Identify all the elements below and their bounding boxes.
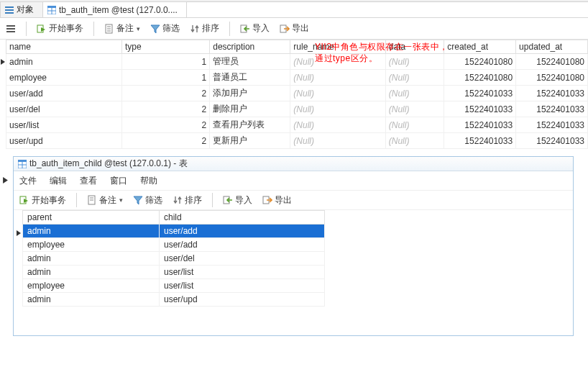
child-titlebar[interactable]: tb_auth_item_child @test (127.0.0.1) - 表 bbox=[14, 157, 573, 171]
cell[interactable]: (Null) bbox=[290, 54, 385, 70]
cell[interactable]: (Null) bbox=[290, 101, 385, 117]
table-row[interactable]: employee1普通员工(Null)(Null)152240108015224… bbox=[6, 70, 588, 86]
export-button[interactable]: 导出 bbox=[262, 194, 292, 207]
cell[interactable]: 1522401033 bbox=[444, 86, 516, 101]
cell[interactable]: (Null) bbox=[385, 86, 444, 101]
begin-transaction-button[interactable]: 开始事务 bbox=[37, 22, 83, 35]
begin-transaction-button[interactable]: 开始事务 bbox=[19, 194, 66, 207]
cell[interactable]: user/add bbox=[160, 225, 325, 238]
filter-button[interactable]: 筛选 bbox=[150, 22, 180, 35]
cell[interactable]: (Null) bbox=[385, 54, 444, 70]
table-row[interactable]: user/upd2更新用户(Null)(Null)152240103315224… bbox=[6, 133, 588, 149]
table-row[interactable]: adminuser/del bbox=[23, 252, 325, 266]
cell[interactable]: 1522401080 bbox=[444, 54, 516, 70]
menu-help[interactable]: 帮助 bbox=[140, 175, 157, 187]
cell[interactable]: 2 bbox=[121, 86, 209, 101]
export-icon bbox=[262, 195, 272, 205]
cell[interactable]: employee bbox=[6, 70, 122, 86]
cell[interactable]: user/list bbox=[6, 117, 122, 133]
col-rule-name[interactable]: rule_name bbox=[290, 40, 385, 54]
table-row[interactable]: adminuser/add bbox=[23, 225, 325, 238]
cell[interactable]: (Null) bbox=[290, 70, 385, 86]
cell[interactable]: 删除用户 bbox=[210, 101, 290, 117]
cell[interactable]: 1522401080 bbox=[516, 70, 588, 86]
cell[interactable]: admin bbox=[23, 266, 160, 279]
cell[interactable]: user/del bbox=[160, 252, 325, 266]
cell[interactable]: 添加用户 bbox=[210, 86, 290, 101]
cell[interactable]: admin bbox=[23, 293, 160, 307]
cell[interactable]: 更新用户 bbox=[210, 133, 290, 149]
table-row[interactable]: adminuser/upd bbox=[23, 293, 325, 307]
cell[interactable]: (Null) bbox=[290, 117, 385, 133]
memo-button[interactable]: 备注▾ bbox=[104, 22, 140, 35]
cell[interactable]: 1522401033 bbox=[516, 86, 588, 101]
tab-table[interactable]: tb_auth_item @test (127.0.0.... bbox=[42, 1, 187, 17]
export-button[interactable]: 导出 bbox=[280, 22, 309, 35]
table-row[interactable]: employeeuser/list bbox=[23, 279, 325, 293]
cell[interactable]: (Null) bbox=[290, 86, 385, 101]
menu-file[interactable]: 文件 bbox=[19, 175, 37, 187]
cell[interactable]: 2 bbox=[121, 117, 209, 133]
cell[interactable]: 1522401033 bbox=[516, 133, 588, 149]
cell[interactable]: user/list bbox=[160, 266, 325, 279]
filter-button[interactable]: 筛选 bbox=[133, 194, 162, 207]
cell[interactable]: 1522401033 bbox=[516, 117, 588, 133]
cell[interactable]: admin bbox=[6, 54, 122, 70]
table-row[interactable]: user/add2添加用户(Null)(Null)152240103315224… bbox=[6, 86, 588, 101]
auth-item-table[interactable]: name type description rule_name data cre… bbox=[6, 40, 588, 149]
table-row[interactable]: employeeuser/add bbox=[23, 238, 325, 252]
col-description[interactable]: description bbox=[210, 40, 290, 54]
cell[interactable]: user/del bbox=[6, 101, 122, 117]
import-button[interactable]: 导入 bbox=[240, 22, 270, 35]
col-name[interactable]: name bbox=[6, 40, 122, 54]
cell[interactable]: admin bbox=[23, 225, 160, 238]
cell[interactable]: employee bbox=[23, 238, 160, 252]
menu-view[interactable]: 查看 bbox=[80, 175, 97, 187]
auth-item-child-table[interactable]: parent child adminuser/addemployeeuser/a… bbox=[22, 210, 325, 307]
cell[interactable]: 1522401033 bbox=[444, 133, 516, 149]
col-created-at[interactable]: created_at bbox=[444, 40, 516, 54]
cell[interactable]: (Null) bbox=[385, 133, 444, 149]
memo-button[interactable]: 备注▾ bbox=[87, 194, 123, 207]
cell[interactable]: user/list bbox=[160, 279, 325, 293]
cell[interactable]: user/upd bbox=[6, 133, 122, 149]
table-row[interactable]: adminuser/list bbox=[23, 266, 325, 279]
col-child[interactable]: child bbox=[160, 211, 325, 225]
cell[interactable]: admin bbox=[23, 252, 160, 266]
col-type[interactable]: type bbox=[121, 40, 209, 54]
col-updated-at[interactable]: updated_at bbox=[516, 40, 588, 54]
cell[interactable]: 普通员工 bbox=[210, 70, 290, 86]
cell[interactable]: 1 bbox=[121, 54, 209, 70]
cell[interactable]: 1522401033 bbox=[516, 101, 588, 117]
cell[interactable]: user/add bbox=[6, 86, 122, 101]
cell[interactable]: (Null) bbox=[290, 133, 385, 149]
import-button[interactable]: 导入 bbox=[223, 194, 252, 207]
cell[interactable]: 2 bbox=[121, 101, 209, 117]
table-row[interactable]: user/del2删除用户(Null)(Null)152240103315224… bbox=[6, 101, 588, 117]
table-row[interactable]: user/list2查看用户列表(Null)(Null)152240103315… bbox=[6, 117, 588, 133]
cell[interactable]: 1 bbox=[121, 70, 209, 86]
col-data[interactable]: data bbox=[385, 40, 444, 54]
sort-button[interactable]: 排序 bbox=[173, 194, 202, 207]
cell[interactable]: (Null) bbox=[385, 70, 444, 86]
menu-button[interactable] bbox=[6, 24, 16, 34]
cell[interactable]: (Null) bbox=[385, 101, 444, 117]
cell[interactable]: (Null) bbox=[385, 117, 444, 133]
cell[interactable]: 1522401033 bbox=[444, 117, 516, 133]
menu-window[interactable]: 窗口 bbox=[110, 175, 127, 187]
cell[interactable]: employee bbox=[23, 279, 160, 293]
cell[interactable]: 1522401080 bbox=[444, 70, 516, 86]
cell[interactable]: 查看用户列表 bbox=[210, 117, 290, 133]
cell[interactable]: user/upd bbox=[160, 293, 325, 307]
chevron-down-icon: ▾ bbox=[119, 196, 123, 204]
tab-objects[interactable]: 对象 bbox=[0, 1, 43, 17]
cell[interactable]: 1522401033 bbox=[444, 101, 516, 117]
menu-edit[interactable]: 编辑 bbox=[50, 175, 67, 187]
sort-button[interactable]: 排序 bbox=[190, 22, 219, 35]
cell[interactable]: 2 bbox=[121, 133, 209, 149]
cell[interactable]: 管理员 bbox=[210, 54, 290, 70]
col-parent[interactable]: parent bbox=[23, 211, 160, 225]
cell[interactable]: user/add bbox=[160, 238, 325, 252]
cell[interactable]: 1522401080 bbox=[516, 54, 588, 70]
table-row[interactable]: admin1管理员(Null)(Null)1522401080152240108… bbox=[6, 54, 588, 70]
